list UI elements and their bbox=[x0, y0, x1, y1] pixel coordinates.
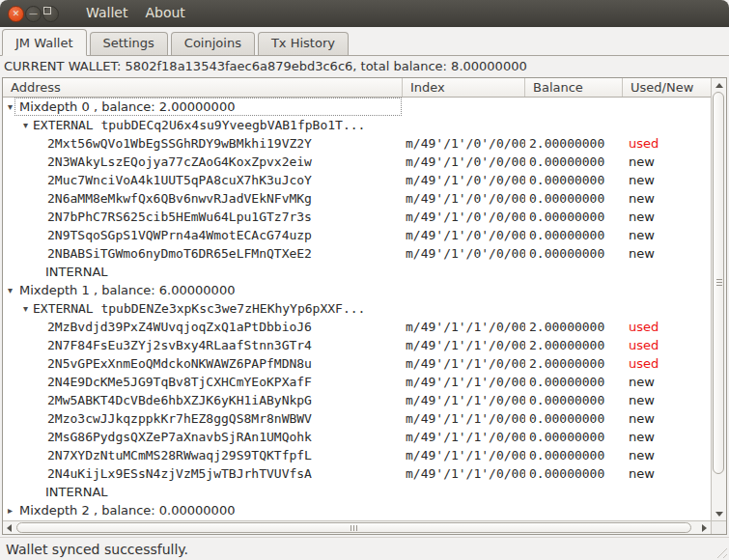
maximize-icon[interactable] bbox=[42, 6, 59, 22]
tree-row-label: 2N9TSqoSGpS1VQWPrn4a4WmotECAcG74uzp bbox=[3, 226, 312, 244]
tree-row[interactable]: 2N4E9DcKMe5JG9TqBv8TjCXHCmYEoKPXafFm/49'… bbox=[3, 373, 711, 391]
cell-used-new bbox=[623, 116, 711, 134]
menu-wallet[interactable]: Wallet bbox=[77, 0, 136, 27]
scrollbar-corner bbox=[711, 520, 726, 534]
tree-row-label: EXTERNAL tpubDECq2U6x4su9YveegbVAB1fpBo1… bbox=[3, 116, 365, 134]
cell-index: m/49'/1'/0'/0/002 bbox=[403, 171, 525, 189]
cell-index: m/49'/1'/0'/0/000 bbox=[403, 134, 525, 153]
tree-row-label: 2N5vGPExXnmEoQMdckoNKWAWZ6PAPfMDN8u bbox=[3, 354, 312, 373]
chevron-down-icon[interactable]: ▾ bbox=[23, 116, 28, 134]
tree-row[interactable]: INTERNAL bbox=[3, 483, 711, 501]
cell-index bbox=[403, 263, 525, 281]
scroll-left-icon[interactable] bbox=[7, 524, 12, 532]
header-used-new[interactable]: Used/New bbox=[623, 78, 711, 97]
scroll-down-icon[interactable] bbox=[715, 512, 723, 517]
tree-row[interactable]: 2N7XYDzNtuMCmMS28RWwaqj29S9TQKTfpfLm/49'… bbox=[3, 446, 711, 464]
cell-index: m/49'/1'/1'/0/005 bbox=[403, 409, 525, 428]
cell-used-new: used bbox=[623, 318, 711, 336]
status-bar: Wallet synced successfully. bbox=[0, 537, 729, 560]
scroll-up-icon[interactable] bbox=[715, 83, 723, 88]
tree-row[interactable]: ▾EXTERNAL tpubDENZe3xpKsc3we7zHEKhyYp6pX… bbox=[3, 299, 711, 318]
cell-used-new: new bbox=[623, 208, 711, 226]
cell-index bbox=[403, 483, 525, 501]
tree-row[interactable]: ▾EXTERNAL tpubDECq2U6x4su9YveegbVAB1fpBo… bbox=[3, 116, 711, 134]
tree-row-label: 2N7XYDzNtuMCmMS28RWwaqj29S9TQKTfpfL bbox=[3, 446, 312, 464]
cell-index bbox=[403, 116, 525, 134]
cell-balance: 0.00000000 bbox=[525, 428, 623, 446]
cell-balance: 0.00000000 bbox=[525, 464, 623, 483]
minimize-icon[interactable]: — bbox=[25, 6, 42, 22]
horizontal-scrollbar[interactable] bbox=[3, 520, 711, 534]
chevron-down-icon[interactable]: ▾ bbox=[8, 98, 13, 116]
cell-index: m/49'/1'/0'/0/003 bbox=[403, 189, 525, 208]
tree-row-label: 2Mw5ABKT4DcVBde6hbXZJK6yKH1iAByNkpG bbox=[3, 391, 312, 409]
tree-row[interactable]: 2N3WAkyLszEQojya77cZAoG4KoxZpvx2eiwm/49'… bbox=[3, 153, 711, 171]
cell-balance bbox=[525, 116, 623, 134]
tree-row[interactable]: ▾Mixdepth 1 , balance: 6.00000000 bbox=[3, 281, 711, 299]
vertical-scrollbar[interactable] bbox=[711, 78, 726, 520]
wallet-tree: Address Index Balance Used/New ▾Mixdepth… bbox=[2, 77, 727, 535]
cell-index: m/49'/1'/1'/0/008 bbox=[403, 464, 525, 483]
tree-row-label: Mixdepth 0 , balance: 2.00000000 bbox=[3, 98, 235, 116]
close-icon[interactable]: ✕ bbox=[8, 6, 24, 22]
tree-row[interactable]: 2Mw5ABKT4DcVBde6hbXZJK6yKH1iAByNkpGm/49'… bbox=[3, 391, 711, 409]
header-address[interactable]: Address bbox=[3, 78, 403, 97]
tab-settings[interactable]: Settings bbox=[90, 32, 168, 55]
tree-row[interactable]: 2MzBvdjd39PxZ4WUvqjoqZxQ1aPtDbbioJ6m/49'… bbox=[3, 318, 711, 336]
tree-row-label: 2N3WAkyLszEQojya77cZAoG4KoxZpvx2eiw bbox=[3, 153, 312, 171]
cell-balance: 0.00000000 bbox=[525, 189, 623, 208]
tree-row[interactable]: INTERNAL bbox=[3, 263, 711, 281]
header-balance[interactable]: Balance bbox=[525, 78, 623, 97]
tree-row[interactable]: 2N5vGPExXnmEoQMdckoNKWAWZ6PAPfMDN8um/49'… bbox=[3, 354, 711, 373]
tree-row[interactable]: 2MsG86PydgsQXZeP7aXnavbSjRAn1UMQohkm/49'… bbox=[3, 428, 711, 446]
tree-row[interactable]: 2N9TSqoSGpS1VQWPrn4a4WmotECAcG74uzpm/49'… bbox=[3, 226, 711, 244]
cell-used-new bbox=[623, 98, 711, 116]
cell-index: m/49'/1'/1'/0/000 bbox=[403, 318, 525, 336]
tab-coinjoins[interactable]: Coinjoins bbox=[171, 32, 255, 55]
tree-body: ▾Mixdepth 0 , balance: 2.00000000▾EXTERN… bbox=[3, 98, 711, 520]
scroll-right-icon[interactable] bbox=[702, 524, 707, 532]
cell-balance: 0.00000000 bbox=[525, 171, 623, 189]
cell-used-new bbox=[623, 299, 711, 318]
cell-used-new bbox=[623, 483, 711, 501]
tree-row[interactable]: 2N4uKijLx9ESsN4zjVzM5jwTBJrhTVUVfsAm/49'… bbox=[3, 464, 711, 483]
vertical-scrollbar-thumb[interactable] bbox=[713, 92, 724, 474]
cell-balance: 2.00000000 bbox=[525, 354, 623, 373]
cell-index: m/49'/1'/1'/0/007 bbox=[403, 446, 525, 464]
cell-index bbox=[403, 299, 525, 318]
cell-index: m/49'/1'/0'/0/004 bbox=[403, 208, 525, 226]
cell-index bbox=[403, 501, 525, 519]
resize-grip-icon[interactable] bbox=[715, 546, 727, 558]
status-message: Wallet synced successfully. bbox=[0, 542, 188, 557]
tree-row[interactable]: ▸Mixdepth 2 , balance: 0.00000000 bbox=[3, 501, 711, 519]
cell-balance: 2.00000000 bbox=[525, 336, 623, 354]
menubar: Wallet About bbox=[77, 0, 194, 27]
cell-used-new: new bbox=[623, 391, 711, 409]
cell-index: m/49'/1'/0'/0/005 bbox=[403, 226, 525, 244]
tree-row-label: 2Mxt56wQVo1WbEgSSGhRDY9wBMkhi19VZ2Y bbox=[3, 134, 312, 153]
tree-row-label: 2N7F84FsEu3ZYj2svBxy4RLaafStnn3GTr4 bbox=[3, 336, 312, 354]
cell-used-new: new bbox=[623, 189, 711, 208]
chevron-down-icon[interactable]: ▾ bbox=[8, 281, 13, 299]
horizontal-scrollbar-thumb[interactable] bbox=[16, 522, 691, 533]
header-index[interactable]: Index bbox=[403, 78, 525, 97]
tree-row-label: 2N4uKijLx9ESsN4zjVzM5jwTBJrhTVUVfsA bbox=[3, 464, 312, 483]
chevron-down-icon[interactable]: ▾ bbox=[23, 299, 28, 318]
chevron-right-icon[interactable]: ▸ bbox=[8, 501, 13, 519]
tree-row-label: EXTERNAL tpubDENZe3xpKsc3we7zHEKhyYp6pXX… bbox=[3, 299, 365, 318]
menu-about[interactable]: About bbox=[136, 0, 193, 27]
tree-row[interactable]: 2NBABSiTGWmo6nyDmoT6DR65eLFMnQTXeE2m/49'… bbox=[3, 244, 711, 263]
tree-row[interactable]: ▾Mixdepth 0 , balance: 2.00000000 bbox=[3, 98, 711, 116]
tree-row[interactable]: 2Mxt56wQVo1WbEgSSGhRDY9wBMkhi19VZ2Ym/49'… bbox=[3, 134, 711, 153]
cell-index: m/49'/1'/1'/0/006 bbox=[403, 428, 525, 446]
tree-row[interactable]: 2N7bPhC7RS625cib5HEmWu64Lpu1GTz7r3sm/49'… bbox=[3, 208, 711, 226]
tree-row[interactable]: 2N6aMM8eMkwfQx6QBv6nwvRJadVEkNFvMKgm/49'… bbox=[3, 189, 711, 208]
tab-tx-history[interactable]: Tx History bbox=[258, 32, 349, 55]
tree-row[interactable]: 2N7F84FsEu3ZYj2svBxy4RLaafStnn3GTr4m/49'… bbox=[3, 336, 711, 354]
tree-row[interactable]: 2Muc7WnciVoA4k1UUT5qPA8cuX7hK3uJcoYm/49'… bbox=[3, 171, 711, 189]
cell-used-new: used bbox=[623, 134, 711, 153]
tree-row[interactable]: 2Mzo3cwJJkqzppkKr7hEZ8ggQS8Mr8nWBWVm/49'… bbox=[3, 409, 711, 428]
tab-jm-wallet[interactable]: JM Wallet bbox=[2, 29, 87, 56]
cell-used-new bbox=[623, 281, 711, 299]
cell-used-new bbox=[623, 501, 711, 519]
